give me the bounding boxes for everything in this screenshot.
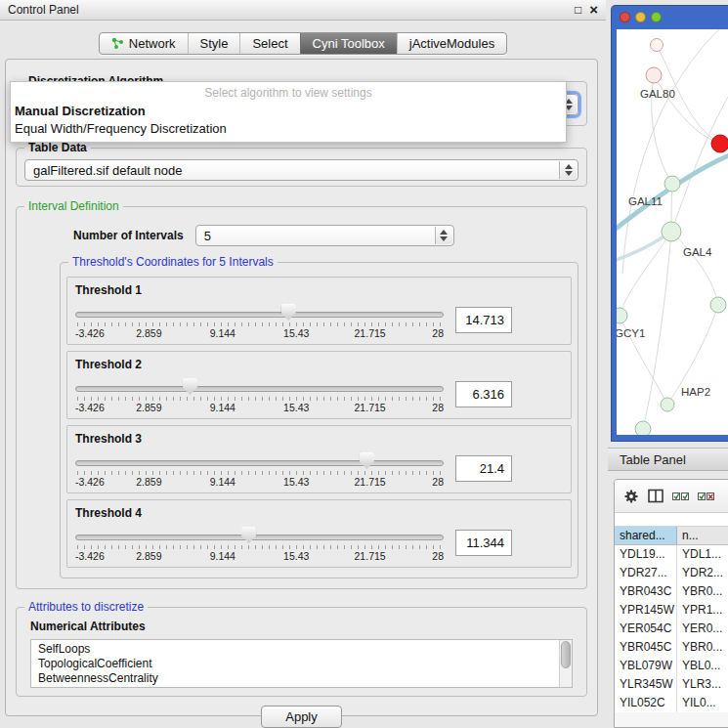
select-all-checkboxes-icon[interactable]: [672, 492, 689, 501]
tick-label: -3.426: [75, 327, 105, 339]
slider-thumb[interactable]: [281, 304, 296, 321]
tick-label: 21.715: [355, 550, 386, 562]
tab-style[interactable]: Style: [188, 33, 240, 54]
column-header-name[interactable]: n...: [677, 527, 728, 544]
table-row[interactable]: YBL079W YBL0...: [615, 657, 728, 675]
combo-stepper-icon: [559, 161, 577, 179]
slider-scale: -3.426 2.859 9.144 15.43 21.715 28: [75, 476, 444, 488]
scrollbar-thumb[interactable]: [561, 641, 571, 668]
tab-label: Network: [129, 36, 176, 51]
tab-jactivemodules[interactable]: jActiveModules: [397, 33, 506, 54]
table-cell[interactable]: YDR27...: [615, 564, 677, 582]
table-cell[interactable]: YDR2...: [677, 564, 728, 582]
table-cell[interactable]: YER0...: [677, 620, 728, 638]
table-cell[interactable]: YBR043C: [615, 582, 677, 601]
table-row[interactable]: YBR045C YBR0...: [615, 638, 728, 657]
table-cell[interactable]: YBR0...: [677, 582, 728, 601]
table-row[interactable]: YIL052C YIL0...: [615, 694, 728, 712]
network-canvas[interactable]: GAL80 GAL11 GAL4 GCY1 HAP2: [617, 29, 728, 435]
table-row[interactable]: YER054C YER0...: [615, 620, 728, 638]
threshold-slider[interactable]: -3.426 2.859 9.144 15.43 21.715 28: [75, 299, 444, 340]
num-intervals-select[interactable]: 5: [195, 225, 454, 246]
table-cell[interactable]: YIL0...: [677, 694, 728, 712]
threshold-slider[interactable]: -3.426 2.859 9.144 15.43 21.715 28: [75, 448, 444, 489]
table-row[interactable]: YDR27... YDR2...: [615, 564, 728, 582]
tick-label: 15.43: [283, 327, 309, 339]
control-panel-titlebar: Control Panel □ ×: [0, 0, 606, 21]
table-row[interactable]: YDL19... YDL1...: [615, 545, 728, 564]
threshold-value-field[interactable]: 14.713: [455, 307, 512, 333]
threshold-value-field[interactable]: 6.316: [455, 381, 512, 407]
threshold-slider[interactable]: -3.426 2.859 9.144 15.43 21.715 28: [75, 522, 444, 563]
gear-icon[interactable]: [623, 489, 639, 504]
slider-thumb[interactable]: [360, 452, 374, 469]
node-table: shared... n... YDL19... YDL1... YDR27...…: [615, 526, 728, 712]
popup-hint: Select algorithm to view settings: [11, 82, 566, 102]
slider-thumb[interactable]: [183, 378, 197, 395]
algorithm-dropdown-popup: Select algorithm to view settings Manual…: [10, 81, 567, 143]
tab-network[interactable]: Network: [100, 33, 188, 54]
deselect-checkboxes-icon[interactable]: [698, 492, 714, 501]
table-cell[interactable]: YER054C: [615, 620, 677, 638]
list-item[interactable]: SelfLoops: [38, 642, 556, 657]
window-title: Control Panel: [8, 3, 79, 17]
table-row[interactable]: YPR145W YPR1...: [615, 601, 728, 620]
threshold-value-field[interactable]: 11.344: [455, 530, 512, 556]
threshold-panel: Threshold 1 -3.426 2.859 9.144 15.43: [66, 277, 572, 345]
float-window-icon[interactable]: □: [575, 4, 581, 16]
slider-thumb[interactable]: [241, 527, 256, 543]
num-intervals-value: 5: [204, 229, 211, 243]
combo-stepper-icon: [435, 227, 452, 244]
zoom-traffic-light-icon[interactable]: [651, 12, 662, 22]
node-label: GAL80: [640, 88, 675, 100]
table-data-select[interactable]: galFiltered.sif default node: [24, 159, 578, 181]
tick-label: 21.715: [355, 327, 386, 339]
table-cell[interactable]: YDL19...: [615, 545, 677, 564]
table-cell[interactable]: YPR145W: [615, 601, 677, 620]
window-traffic-lights: [611, 5, 728, 22]
table-cell[interactable]: YBR045C: [615, 638, 677, 657]
popup-option-equal-width-frequency[interactable]: Equal Width/Frequency Discretization: [11, 119, 566, 137]
tick-label: 9.144: [210, 476, 236, 488]
table-cell[interactable]: YLR345W: [615, 675, 677, 694]
group-label: Table Data: [24, 141, 91, 154]
group-label: Threshold's Coordinates for 5 Intervals: [68, 255, 278, 269]
slider-ticks: [77, 322, 442, 326]
list-scrollbar[interactable]: [559, 640, 572, 687]
table-cell[interactable]: YIL052C: [615, 694, 677, 712]
table-row[interactable]: YLR345W YLR3...: [615, 675, 728, 694]
tick-label: 2.859: [136, 550, 161, 562]
tick-label: 21.715: [355, 402, 386, 413]
slider-scale: -3.426 2.859 9.144 15.43 21.715 28: [75, 550, 444, 562]
close-traffic-light-icon[interactable]: [620, 12, 630, 22]
tab-label: jActiveModules: [409, 36, 494, 51]
table-cell[interactable]: YDL1...: [677, 545, 728, 564]
list-item[interactable]: TopologicalCoefficient: [38, 657, 556, 671]
table-cell[interactable]: YLR3...: [677, 675, 728, 694]
slider-ticks: [77, 471, 442, 475]
apply-button[interactable]: Apply: [261, 706, 342, 728]
tick-label: -3.426: [75, 476, 105, 488]
numerical-attributes-list: SelfLoops TopologicalCoefficient Between…: [30, 639, 573, 688]
table-cell[interactable]: YBL079W: [615, 657, 677, 675]
close-icon[interactable]: ×: [589, 4, 598, 16]
popup-option-manual-discretization[interactable]: Manual Discretization: [11, 102, 566, 119]
threshold-slider[interactable]: -3.426 2.859 9.144 15.43 21.715 28: [75, 373, 444, 414]
table-row[interactable]: YBR043C YBR0...: [615, 582, 728, 601]
table-header-row: shared... n...: [615, 526, 728, 545]
tab-select[interactable]: Select: [239, 33, 299, 54]
show-columns-icon[interactable]: [648, 489, 664, 503]
table-cell[interactable]: YPR1...: [677, 601, 728, 620]
list-item[interactable]: BetweennessCentrality: [38, 671, 556, 686]
tab-cyni-toolbox[interactable]: Cyni Toolbox: [300, 33, 397, 54]
table-cell[interactable]: YBL0...: [677, 657, 728, 675]
table-spacer: [615, 513, 728, 526]
table-data-select-value: galFiltered.sif default node: [33, 163, 182, 178]
threshold-value-field[interactable]: 21.4: [455, 455, 512, 482]
threshold-label: Threshold 4: [75, 506, 565, 520]
tab-label: Select: [252, 36, 287, 51]
minimize-traffic-light-icon[interactable]: [635, 12, 646, 22]
tick-label: 9.144: [210, 550, 236, 562]
column-header-shared-name[interactable]: shared...: [615, 527, 677, 544]
table-cell[interactable]: YBR0...: [677, 638, 728, 657]
